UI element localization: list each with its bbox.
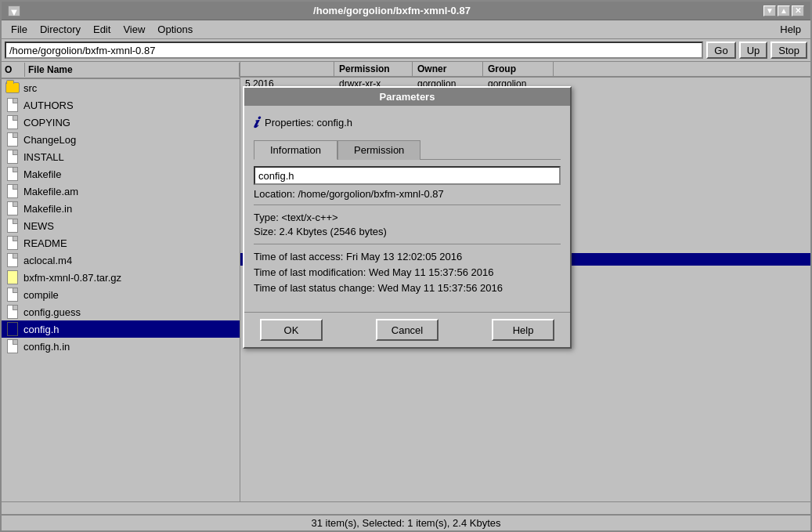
filename-input[interactable] bbox=[254, 166, 561, 185]
location-label: Location: bbox=[254, 188, 295, 200]
access-value: Fri May 13 12:02:05 2016 bbox=[346, 251, 462, 262]
status-change-label: Time of last status change: bbox=[254, 282, 375, 294]
size-line: Size: 2.4 Kbytes (2546 bytes) bbox=[254, 226, 561, 237]
status-change-value: Wed May 11 15:37:56 2016 bbox=[378, 282, 503, 294]
modal-overlay: Parameters 𝒊 Properties: config.h Inform… bbox=[0, 0, 812, 532]
access-line: Time of last access: Fri May 13 12:02:05… bbox=[254, 251, 561, 262]
location-text: Location: /home/gorgolion/bxfm-xmnl-0.87 bbox=[254, 188, 561, 205]
dialog-body: 𝒊 Properties: config.h Information Permi… bbox=[244, 106, 570, 306]
dialog-title-bar: Parameters bbox=[244, 88, 570, 106]
status-change-line: Time of last status change: Wed May 11 1… bbox=[254, 282, 561, 294]
main-window: ▼ /home/gorgolion/bxfm-xmnl-0.87 ▼ ▲ ✕ F… bbox=[0, 0, 812, 532]
time-section: Time of last access: Fri May 13 12:02:05… bbox=[254, 251, 561, 294]
type-line: Type: <text/x-c++> bbox=[254, 212, 561, 223]
parameters-dialog: Parameters 𝒊 Properties: config.h Inform… bbox=[243, 86, 572, 349]
modify-label: Time of last modification: bbox=[254, 266, 366, 278]
size-value: 2.4 Kbytes (2546 bytes) bbox=[280, 226, 387, 237]
divider bbox=[254, 244, 561, 244]
location-value: /home/gorgolion/bxfm-xmnl-0.87 bbox=[298, 188, 443, 200]
cancel-button[interactable]: Cancel bbox=[376, 319, 438, 341]
access-label: Time of last access: bbox=[254, 251, 343, 262]
tab-permission[interactable]: Permission bbox=[337, 140, 420, 160]
dialog-header: 𝒊 Properties: config.h bbox=[254, 114, 561, 132]
type-label: Type: bbox=[254, 212, 279, 223]
modify-line: Time of last modification: Wed May 11 15… bbox=[254, 266, 561, 278]
info-icon: 𝒊 bbox=[254, 114, 258, 132]
type-size-section: Type: <text/x-c++> Size: 2.4 Kbytes (254… bbox=[254, 212, 561, 237]
tab-information[interactable]: Information bbox=[254, 140, 337, 160]
size-label: Size: bbox=[254, 226, 276, 237]
ok-button[interactable]: OK bbox=[260, 319, 323, 341]
properties-label: Properties: config.h bbox=[265, 117, 352, 128]
help-button[interactable]: Help bbox=[492, 319, 554, 341]
modify-value: Wed May 11 15:37:56 2016 bbox=[369, 266, 494, 278]
tab-bar: Information Permission bbox=[254, 139, 561, 160]
dialog-title: Parameters bbox=[380, 91, 435, 103]
dialog-buttons: OK Cancel Help bbox=[244, 312, 570, 347]
type-value: <text/x-c++> bbox=[281, 212, 337, 223]
